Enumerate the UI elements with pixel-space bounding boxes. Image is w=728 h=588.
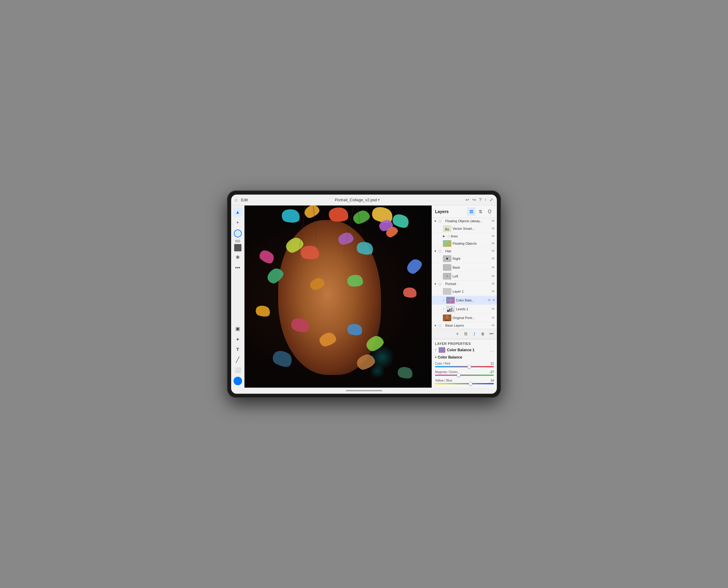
add-tool[interactable]: + — [233, 218, 243, 227]
edit-menu[interactable]: Edit — [240, 197, 249, 203]
brush-preview[interactable] — [233, 229, 243, 238]
cyan-red-label-row: Cyan / Red 11 — [435, 362, 494, 365]
right-name: Right — [453, 257, 490, 260]
hair-visibility[interactable]: 👁 — [491, 249, 495, 253]
floating-objects-layer[interactable]: Floating Objects 👁 — [432, 239, 497, 248]
right-panel: Layers — [432, 206, 497, 387]
lp-more-button[interactable]: … — [490, 348, 494, 353]
levels1-visibility[interactable]: 👁 — [491, 307, 495, 311]
portrait-name: Portrait — [445, 282, 490, 286]
more-layers-button[interactable]: ••• — [488, 330, 495, 338]
delete-layer-button[interactable]: 🗑 — [479, 330, 487, 338]
folder-icon: □ — [439, 219, 444, 224]
floating-objects-layer-visibility[interactable]: 👁 — [491, 241, 495, 246]
active-brush-indicator[interactable] — [234, 377, 242, 385]
portrait-folder-icon: □ — [439, 282, 444, 286]
fx-tab[interactable] — [485, 207, 494, 216]
layer-properties-title: Layer Properties — [435, 342, 494, 345]
base-layers-name: Base Layers — [445, 323, 490, 327]
top-bar: ⌂ Edit Portrait_Collage_v2.psd ▾ ↩ ↪ ? ↑… — [231, 194, 497, 206]
color-balance-name: Color Bala... — [456, 298, 486, 302]
magenta-green-track[interactable] — [435, 375, 494, 376]
back-visibility[interactable]: 👁 — [491, 265, 495, 270]
line-tool[interactable]: ╱ — [233, 355, 243, 364]
color-balance-options[interactable]: ⚙ — [492, 298, 495, 302]
home-button[interactable]: ⌂ — [235, 197, 237, 202]
cb-section-title: Color Balance — [438, 355, 462, 359]
more-tools-button[interactable]: ••• — [233, 263, 243, 273]
svg-point-6 — [481, 212, 482, 213]
cyan-red-track[interactable] — [435, 366, 494, 367]
floating-objects-group-header[interactable]: ▼ □ Floating Objects (alway... 👁 — [432, 218, 497, 224]
undo-button[interactable]: ↩ — [466, 197, 469, 202]
color-balance-visibility[interactable]: 👁 — [487, 298, 491, 302]
color-balance-layer[interactable]: ƒ Color Bala... 👁 ⚙ — [432, 296, 497, 305]
right-visibility[interactable]: 👁 — [491, 256, 495, 261]
base-layers-folder-icon: □ — [439, 323, 444, 328]
type-tool[interactable]: T — [233, 344, 243, 354]
vector-smart-layer[interactable]: Vector Smart... 👁 — [432, 224, 497, 233]
levels1-thumb — [446, 306, 455, 312]
right-layer[interactable]: Right 👁 — [432, 254, 497, 263]
layers-tab[interactable] — [467, 207, 476, 216]
original-portrait-layer[interactable]: Original Portr... 👁 — [432, 314, 497, 322]
right-thumb — [443, 255, 451, 262]
svg-rect-9 — [447, 310, 449, 312]
stamp-tool[interactable]: ❋ — [233, 253, 243, 262]
cb-section-chevron[interactable]: ▾ — [435, 355, 437, 359]
yellow-blue-track[interactable] — [435, 383, 494, 384]
yellow-blue-thumb[interactable] — [469, 382, 472, 385]
main-area: ▲ + 650 ❋ ••• ▣ ◈ T ╱ ⬜ — [231, 206, 497, 387]
back-name: Back — [453, 266, 490, 269]
left-name: Left — [453, 274, 490, 278]
base-layers-visibility[interactable]: 👁 — [491, 323, 495, 328]
original-portrait-visibility[interactable]: 👁 — [491, 316, 495, 320]
image-tool[interactable]: ⬜ — [233, 365, 243, 375]
panel-tabs — [467, 207, 494, 216]
left-layer[interactable]: ▾ Left 👁 — [432, 272, 497, 281]
foreground-color[interactable] — [234, 244, 241, 251]
hair-group-header[interactable]: ▼ □ Hair 👁 — [432, 248, 497, 254]
add-layer-button[interactable]: + — [454, 330, 461, 338]
home-indicator[interactable] — [346, 390, 382, 391]
magenta-green-label-row: Magenta / Green -27 — [435, 370, 494, 374]
expand-button[interactable]: ⤢ — [490, 197, 493, 202]
left-toolbar: ▲ + 650 ❋ ••• ▣ ◈ T ╱ ⬜ — [231, 206, 244, 387]
vector-smart-thumb — [443, 225, 451, 232]
lines-visibility[interactable]: 👁 — [491, 234, 495, 238]
svg-point-4 — [480, 210, 481, 211]
artwork[interactable] — [244, 206, 432, 387]
vector-smart-visibility[interactable]: 👁 — [491, 227, 495, 231]
link-layers-button[interactable]: ⛓ — [462, 330, 469, 338]
title-dropdown-icon[interactable]: ▾ — [378, 198, 380, 202]
redo-button[interactable]: ↪ — [472, 197, 476, 202]
adjustments-tab[interactable] — [476, 207, 485, 216]
svg-rect-2 — [469, 212, 473, 213]
layer1-item[interactable]: Layer 1 👁 — [432, 287, 497, 296]
lp-f-icon: ƒ — [435, 348, 437, 352]
color-balance-thumb — [446, 297, 455, 303]
magenta-green-thumb[interactable] — [457, 373, 461, 377]
left-thumb: ▾ — [443, 273, 451, 279]
cyan-red-slider-row: Cyan / Red 11 — [435, 362, 494, 367]
cb-f-icon: ƒ — [443, 299, 444, 302]
help-button[interactable]: ? — [479, 197, 481, 202]
share-button[interactable]: ↑ — [484, 197, 487, 202]
fx-layers-button[interactable]: ƒ — [471, 330, 478, 338]
select-tool[interactable]: ▲ — [233, 207, 243, 217]
portrait-group-header[interactable]: ▼ □ Portrait 👁 — [432, 281, 497, 287]
layer1-visibility[interactable]: 👁 — [491, 289, 495, 294]
layer-tool[interactable]: ▣ — [233, 324, 243, 334]
levels1-layer[interactable]: ƒ Levels 1 👁 — [432, 305, 497, 314]
cyan-red-label: Cyan / Red — [435, 362, 450, 365]
left-visibility[interactable]: 👁 — [491, 274, 495, 278]
portrait-visibility[interactable]: 👁 — [491, 282, 495, 286]
original-portrait-name: Original Portr... — [453, 316, 490, 320]
back-layer[interactable]: Back 👁 — [432, 263, 497, 272]
lines-group-header[interactable]: ▶ □ lines 👁 — [432, 233, 497, 239]
base-layers-group-header[interactable]: ▼ □ Base Layers 👁 — [432, 322, 497, 329]
cb-title-row: ▾ Color Balance — [435, 355, 494, 359]
fill-tool[interactable]: ◈ — [233, 334, 243, 344]
floating-objects-visibility[interactable]: 👁 — [491, 219, 495, 223]
cyan-red-thumb[interactable] — [467, 365, 471, 369]
